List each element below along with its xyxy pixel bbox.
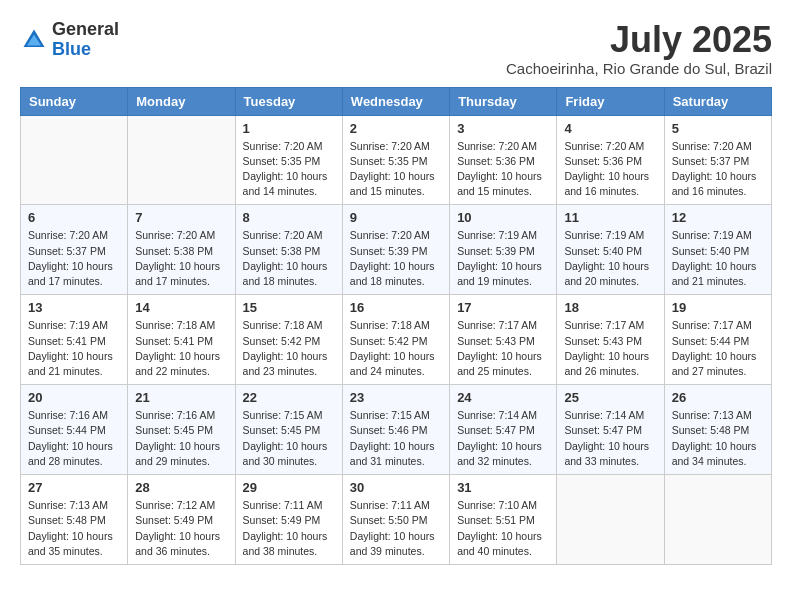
day-info: Sunrise: 7:20 AM Sunset: 5:38 PM Dayligh… — [243, 228, 335, 289]
day-number: 12 — [672, 210, 764, 225]
day-info: Sunrise: 7:17 AM Sunset: 5:43 PM Dayligh… — [564, 318, 656, 379]
weekday-header-monday: Monday — [128, 87, 235, 115]
calendar-cell: 11Sunrise: 7:19 AM Sunset: 5:40 PM Dayli… — [557, 205, 664, 295]
day-number: 31 — [457, 480, 549, 495]
day-info: Sunrise: 7:19 AM Sunset: 5:40 PM Dayligh… — [564, 228, 656, 289]
calendar-cell: 10Sunrise: 7:19 AM Sunset: 5:39 PM Dayli… — [450, 205, 557, 295]
calendar-week-row: 20Sunrise: 7:16 AM Sunset: 5:44 PM Dayli… — [21, 385, 772, 475]
day-number: 21 — [135, 390, 227, 405]
calendar-cell: 5Sunrise: 7:20 AM Sunset: 5:37 PM Daylig… — [664, 115, 771, 205]
logo-blue-text: Blue — [52, 39, 91, 59]
day-number: 27 — [28, 480, 120, 495]
weekday-header-friday: Friday — [557, 87, 664, 115]
day-number: 20 — [28, 390, 120, 405]
weekday-header-wednesday: Wednesday — [342, 87, 449, 115]
day-info: Sunrise: 7:16 AM Sunset: 5:44 PM Dayligh… — [28, 408, 120, 469]
day-number: 10 — [457, 210, 549, 225]
weekday-header-thursday: Thursday — [450, 87, 557, 115]
calendar-week-row: 6Sunrise: 7:20 AM Sunset: 5:37 PM Daylig… — [21, 205, 772, 295]
calendar-cell: 16Sunrise: 7:18 AM Sunset: 5:42 PM Dayli… — [342, 295, 449, 385]
day-info: Sunrise: 7:18 AM Sunset: 5:42 PM Dayligh… — [243, 318, 335, 379]
calendar-cell: 19Sunrise: 7:17 AM Sunset: 5:44 PM Dayli… — [664, 295, 771, 385]
day-info: Sunrise: 7:17 AM Sunset: 5:44 PM Dayligh… — [672, 318, 764, 379]
calendar-cell: 28Sunrise: 7:12 AM Sunset: 5:49 PM Dayli… — [128, 475, 235, 565]
day-info: Sunrise: 7:19 AM Sunset: 5:39 PM Dayligh… — [457, 228, 549, 289]
calendar-week-row: 1Sunrise: 7:20 AM Sunset: 5:35 PM Daylig… — [21, 115, 772, 205]
calendar-cell: 23Sunrise: 7:15 AM Sunset: 5:46 PM Dayli… — [342, 385, 449, 475]
day-info: Sunrise: 7:20 AM Sunset: 5:38 PM Dayligh… — [135, 228, 227, 289]
day-info: Sunrise: 7:13 AM Sunset: 5:48 PM Dayligh… — [672, 408, 764, 469]
day-info: Sunrise: 7:20 AM Sunset: 5:37 PM Dayligh… — [28, 228, 120, 289]
day-number: 30 — [350, 480, 442, 495]
day-info: Sunrise: 7:12 AM Sunset: 5:49 PM Dayligh… — [135, 498, 227, 559]
calendar-cell: 8Sunrise: 7:20 AM Sunset: 5:38 PM Daylig… — [235, 205, 342, 295]
day-info: Sunrise: 7:16 AM Sunset: 5:45 PM Dayligh… — [135, 408, 227, 469]
calendar-cell: 15Sunrise: 7:18 AM Sunset: 5:42 PM Dayli… — [235, 295, 342, 385]
day-info: Sunrise: 7:18 AM Sunset: 5:41 PM Dayligh… — [135, 318, 227, 379]
day-number: 3 — [457, 121, 549, 136]
day-number: 15 — [243, 300, 335, 315]
day-number: 11 — [564, 210, 656, 225]
day-number: 1 — [243, 121, 335, 136]
day-number: 25 — [564, 390, 656, 405]
day-number: 14 — [135, 300, 227, 315]
calendar-cell: 13Sunrise: 7:19 AM Sunset: 5:41 PM Dayli… — [21, 295, 128, 385]
logo-icon — [20, 26, 48, 54]
day-number: 23 — [350, 390, 442, 405]
weekday-header-row: SundayMondayTuesdayWednesdayThursdayFrid… — [21, 87, 772, 115]
day-info: Sunrise: 7:20 AM Sunset: 5:36 PM Dayligh… — [564, 139, 656, 200]
calendar-cell: 30Sunrise: 7:11 AM Sunset: 5:50 PM Dayli… — [342, 475, 449, 565]
logo-general-text: General — [52, 19, 119, 39]
day-info: Sunrise: 7:15 AM Sunset: 5:45 PM Dayligh… — [243, 408, 335, 469]
calendar-cell: 3Sunrise: 7:20 AM Sunset: 5:36 PM Daylig… — [450, 115, 557, 205]
calendar-cell: 27Sunrise: 7:13 AM Sunset: 5:48 PM Dayli… — [21, 475, 128, 565]
day-number: 7 — [135, 210, 227, 225]
day-number: 5 — [672, 121, 764, 136]
day-number: 9 — [350, 210, 442, 225]
calendar-cell: 6Sunrise: 7:20 AM Sunset: 5:37 PM Daylig… — [21, 205, 128, 295]
page-header: General Blue July 2025 Cachoeirinha, Rio… — [20, 20, 772, 77]
day-info: Sunrise: 7:17 AM Sunset: 5:43 PM Dayligh… — [457, 318, 549, 379]
day-info: Sunrise: 7:14 AM Sunset: 5:47 PM Dayligh… — [457, 408, 549, 469]
calendar-cell: 31Sunrise: 7:10 AM Sunset: 5:51 PM Dayli… — [450, 475, 557, 565]
day-info: Sunrise: 7:10 AM Sunset: 5:51 PM Dayligh… — [457, 498, 549, 559]
day-number: 28 — [135, 480, 227, 495]
day-number: 13 — [28, 300, 120, 315]
calendar-cell: 22Sunrise: 7:15 AM Sunset: 5:45 PM Dayli… — [235, 385, 342, 475]
weekday-header-tuesday: Tuesday — [235, 87, 342, 115]
month-title: July 2025 — [506, 20, 772, 60]
calendar-cell — [128, 115, 235, 205]
day-info: Sunrise: 7:18 AM Sunset: 5:42 PM Dayligh… — [350, 318, 442, 379]
calendar-cell: 1Sunrise: 7:20 AM Sunset: 5:35 PM Daylig… — [235, 115, 342, 205]
day-info: Sunrise: 7:20 AM Sunset: 5:36 PM Dayligh… — [457, 139, 549, 200]
location-subtitle: Cachoeirinha, Rio Grande do Sul, Brazil — [506, 60, 772, 77]
day-number: 24 — [457, 390, 549, 405]
day-info: Sunrise: 7:15 AM Sunset: 5:46 PM Dayligh… — [350, 408, 442, 469]
calendar-week-row: 13Sunrise: 7:19 AM Sunset: 5:41 PM Dayli… — [21, 295, 772, 385]
logo-text: General Blue — [52, 20, 119, 60]
calendar-cell: 4Sunrise: 7:20 AM Sunset: 5:36 PM Daylig… — [557, 115, 664, 205]
calendar-cell: 12Sunrise: 7:19 AM Sunset: 5:40 PM Dayli… — [664, 205, 771, 295]
day-number: 17 — [457, 300, 549, 315]
day-number: 16 — [350, 300, 442, 315]
day-info: Sunrise: 7:20 AM Sunset: 5:37 PM Dayligh… — [672, 139, 764, 200]
calendar-cell — [664, 475, 771, 565]
calendar-cell: 14Sunrise: 7:18 AM Sunset: 5:41 PM Dayli… — [128, 295, 235, 385]
calendar-cell: 9Sunrise: 7:20 AM Sunset: 5:39 PM Daylig… — [342, 205, 449, 295]
calendar-cell: 17Sunrise: 7:17 AM Sunset: 5:43 PM Dayli… — [450, 295, 557, 385]
day-number: 22 — [243, 390, 335, 405]
day-number: 2 — [350, 121, 442, 136]
day-info: Sunrise: 7:13 AM Sunset: 5:48 PM Dayligh… — [28, 498, 120, 559]
day-info: Sunrise: 7:19 AM Sunset: 5:40 PM Dayligh… — [672, 228, 764, 289]
calendar-cell: 26Sunrise: 7:13 AM Sunset: 5:48 PM Dayli… — [664, 385, 771, 475]
day-info: Sunrise: 7:20 AM Sunset: 5:35 PM Dayligh… — [243, 139, 335, 200]
weekday-header-sunday: Sunday — [21, 87, 128, 115]
day-info: Sunrise: 7:19 AM Sunset: 5:41 PM Dayligh… — [28, 318, 120, 379]
calendar-table: SundayMondayTuesdayWednesdayThursdayFrid… — [20, 87, 772, 565]
calendar-cell: 2Sunrise: 7:20 AM Sunset: 5:35 PM Daylig… — [342, 115, 449, 205]
calendar-cell — [557, 475, 664, 565]
calendar-cell: 7Sunrise: 7:20 AM Sunset: 5:38 PM Daylig… — [128, 205, 235, 295]
calendar-cell — [21, 115, 128, 205]
day-number: 4 — [564, 121, 656, 136]
title-block: July 2025 Cachoeirinha, Rio Grande do Su… — [506, 20, 772, 77]
